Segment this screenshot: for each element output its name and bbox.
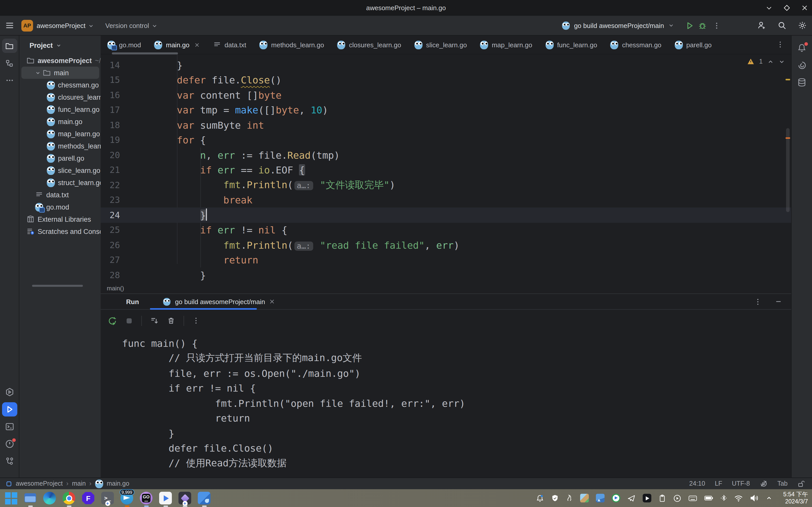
minimize-icon[interactable] bbox=[766, 5, 772, 11]
tree-item-data-txt[interactable]: data.txt bbox=[21, 189, 99, 201]
proxy-tray-icon[interactable] bbox=[612, 494, 620, 502]
editor-tab-closures-learn-go[interactable]: closures_learn.go bbox=[331, 36, 408, 54]
taskbar-app-win[interactable] bbox=[5, 492, 17, 504]
inspection-widget[interactable]: 1 bbox=[747, 58, 785, 65]
tree-item-go-mod[interactable]: go.mod bbox=[21, 201, 99, 213]
tree-item-main-go[interactable]: main.go bbox=[21, 115, 99, 128]
chevron-down-icon[interactable] bbox=[35, 70, 41, 75]
taskbar-app-edge[interactable] bbox=[43, 492, 56, 504]
battery-tray-icon[interactable] bbox=[704, 495, 713, 501]
line-separator[interactable]: LF bbox=[715, 480, 722, 487]
tree-item-func-learn-go[interactable]: func_learn.go bbox=[21, 103, 99, 115]
media-tray-icon[interactable] bbox=[643, 494, 651, 502]
crumb-project[interactable]: awesomeProject bbox=[16, 480, 63, 487]
picture-tray-icon[interactable] bbox=[596, 494, 604, 502]
tree-item-external-libraries[interactable]: External Libraries bbox=[21, 213, 99, 225]
tree-item-scratches-and-consoles[interactable]: Scratches and Consoles bbox=[21, 225, 99, 237]
wifi-tray-icon[interactable] bbox=[734, 495, 743, 502]
tree-item-chessman-go[interactable]: chessman.go bbox=[21, 79, 99, 91]
code-with-me-icon[interactable] bbox=[757, 21, 766, 30]
project-tool-button[interactable] bbox=[2, 39, 17, 53]
editor-tab-data-txt[interactable]: data.txt bbox=[206, 36, 253, 54]
taskbar-app-explorer[interactable] bbox=[24, 492, 37, 504]
rerun-button[interactable] bbox=[108, 316, 117, 325]
vcs-widget[interactable]: Version control bbox=[105, 21, 160, 29]
clear-all-icon[interactable] bbox=[167, 316, 175, 325]
more-tools-icon[interactable] bbox=[2, 73, 17, 88]
ai-assistant-off-icon[interactable] bbox=[760, 480, 768, 488]
close-icon[interactable] bbox=[801, 5, 808, 11]
next-problem-icon[interactable] bbox=[778, 58, 785, 65]
scroll-to-end-icon[interactable] bbox=[150, 316, 159, 325]
tree-item-main[interactable]: main bbox=[21, 67, 99, 79]
search-icon[interactable] bbox=[777, 21, 787, 30]
more-options-icon[interactable] bbox=[754, 298, 762, 305]
project-panel-header[interactable]: Project bbox=[19, 36, 101, 54]
taskbar-app-bluepic[interactable] bbox=[198, 492, 211, 504]
editor-tab-slice-learn-go[interactable]: slice_learn.go bbox=[408, 36, 473, 54]
tree-item-map-learn-go[interactable]: map_learn.go bbox=[21, 128, 99, 140]
project-widget[interactable]: AP awesomeProject bbox=[14, 19, 96, 31]
clipboard-tray-icon[interactable] bbox=[658, 494, 666, 502]
run-configuration[interactable]: go build awesomeProject/main bbox=[562, 21, 720, 30]
hide-panel-icon[interactable] bbox=[775, 298, 782, 305]
editor-tab-func-learn-go[interactable]: func_learn.go bbox=[539, 36, 604, 54]
taskbar-app-crystal[interactable]: + bbox=[178, 492, 191, 504]
prev-problem-icon[interactable] bbox=[767, 58, 774, 65]
editor-tab-parell-go[interactable]: parell.go bbox=[668, 36, 718, 54]
taskbar-app-terminal[interactable]: >_+ bbox=[101, 492, 114, 504]
avatar-tray-icon[interactable] bbox=[580, 494, 589, 502]
tree-item-slice-learn-go[interactable]: slice_learn.go bbox=[21, 164, 99, 176]
indent-style[interactable]: Tab bbox=[777, 480, 788, 487]
bluetooth-tray-icon[interactable] bbox=[720, 494, 727, 502]
editor-tab-methods-learn-go[interactable]: methods_learn.go bbox=[253, 36, 331, 54]
tree-item-struct-learn-go[interactable]: struct_learn.go bbox=[21, 176, 99, 189]
taskbar-app-goland[interactable]: GO bbox=[140, 492, 153, 504]
notifications-tool-button[interactable] bbox=[794, 41, 809, 55]
editor-tab-main-go[interactable]: main.go bbox=[148, 36, 207, 54]
status-breadcrumbs[interactable]: awesomeProject›main›main.go bbox=[6, 479, 129, 488]
database-tool-button[interactable] bbox=[794, 75, 809, 90]
editor-tab-go-mod[interactable]: go.mod bbox=[101, 36, 148, 54]
telegram-tray-icon[interactable] bbox=[627, 494, 636, 502]
debug-button[interactable] bbox=[698, 21, 707, 30]
taskbar-app-player[interactable] bbox=[159, 492, 172, 504]
code-editor[interactable]: 13 return14 }15 defer file.Close()16 var… bbox=[101, 54, 791, 293]
maximize-icon[interactable] bbox=[784, 5, 790, 11]
tree-item-methods-learn-go[interactable]: methods_learn.go bbox=[21, 140, 99, 152]
structure-tool-button[interactable] bbox=[2, 56, 17, 70]
taskbar-app-fapp[interactable]: F bbox=[82, 492, 95, 504]
taskbar-clock[interactable]: 5:54 下午 2024/3/7 bbox=[783, 491, 808, 505]
unlock-icon[interactable] bbox=[797, 480, 805, 488]
run-button[interactable] bbox=[685, 21, 694, 30]
tab-options-icon[interactable] bbox=[776, 41, 784, 48]
play-circle-tray-icon[interactable] bbox=[673, 494, 681, 502]
flame-tray-icon[interactable] bbox=[566, 494, 573, 502]
problems-tool-button[interactable] bbox=[2, 437, 17, 451]
crumb-folder[interactable]: main bbox=[72, 480, 86, 487]
tray-expand-icon[interactable] bbox=[766, 495, 772, 501]
project-tree-hscrollbar[interactable] bbox=[32, 285, 83, 287]
notification-bell-icon[interactable] bbox=[536, 494, 544, 502]
crumb-file[interactable]: main.go bbox=[107, 480, 129, 487]
close-icon[interactable] bbox=[269, 298, 275, 304]
editor-breadcrumb[interactable]: main() bbox=[107, 285, 124, 292]
parameter-hint-inlay[interactable]: a…: bbox=[294, 181, 313, 190]
main-menu-icon[interactable] bbox=[5, 21, 14, 30]
run-tool-button[interactable] bbox=[2, 402, 17, 416]
security-shield-icon[interactable] bbox=[551, 494, 559, 502]
tree-item-closures-learn-go[interactable]: closures_learn.go bbox=[21, 91, 99, 103]
more-options-icon[interactable] bbox=[192, 317, 200, 325]
more-actions-icon[interactable] bbox=[713, 21, 720, 29]
volume-tray-icon[interactable] bbox=[750, 494, 759, 502]
taskbar-app-telegram[interactable]: 9,999 bbox=[120, 492, 133, 504]
tree-item-parell-go[interactable]: parell.go bbox=[21, 152, 99, 164]
tree-item-awesomeproject[interactable]: awesomeProject~/Gola bbox=[21, 54, 99, 67]
keyboard-tray-icon[interactable] bbox=[688, 495, 697, 502]
run-console-output[interactable]: func main() { // 只读方式打开当前目录下的main.go文件 f… bbox=[101, 332, 791, 477]
close-icon[interactable] bbox=[194, 42, 199, 48]
editor-vscrollbar[interactable] bbox=[786, 128, 790, 212]
git-tool-button[interactable] bbox=[2, 454, 17, 468]
file-encoding[interactable]: UTF-8 bbox=[732, 480, 750, 487]
parameter-hint-inlay[interactable]: a…: bbox=[294, 241, 313, 251]
